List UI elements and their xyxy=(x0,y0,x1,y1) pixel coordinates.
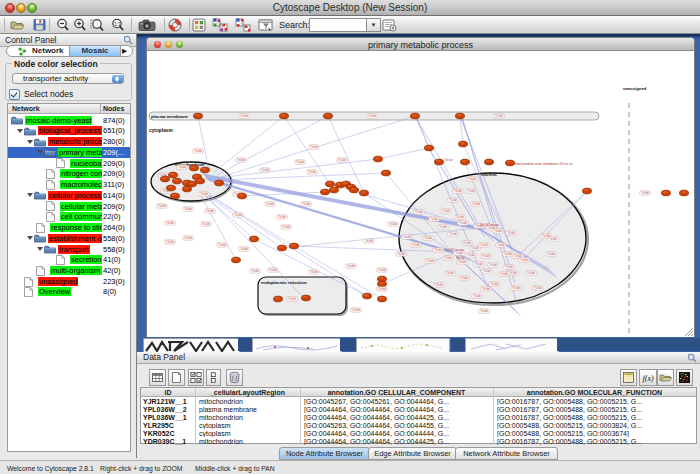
svg-text:Yxl.ddt: Yxl.ddt xyxy=(435,283,443,287)
svg-text:plasma membrane: plasma membrane xyxy=(151,114,188,119)
svg-text:Yxl.ddt: Yxl.ddt xyxy=(460,276,468,280)
svg-text:Yxl.ddt: Yxl.ddt xyxy=(475,262,483,266)
svg-text:Yxl GO:xx xxx: Yxl GO:xx xxx xyxy=(480,223,499,227)
svg-text:Yxl.ddt: Yxl.ddt xyxy=(471,246,479,250)
svg-text:Yxl.ddt: Yxl.ddt xyxy=(547,252,555,256)
svg-text:Yxl.ddt: Yxl.ddt xyxy=(489,263,497,267)
svg-text:Yxl.ddt: Yxl.ddt xyxy=(473,294,481,298)
svg-text:Yxl.ddt: Yxl.ddt xyxy=(282,225,290,229)
svg-text:Yxl.ddt: Yxl.ddt xyxy=(497,243,505,247)
svg-text:Yxl.ddt: Yxl.ddt xyxy=(505,265,513,269)
svg-text:Yxl.ddt: Yxl.ddt xyxy=(403,235,411,239)
svg-text:Yxl.ddt: Yxl.ddt xyxy=(449,232,457,236)
svg-text:Yxl.ddt: Yxl.ddt xyxy=(549,237,557,241)
svg-text:unassigned: unassigned xyxy=(623,86,647,91)
svg-text:Yxl.ddt: Yxl.ddt xyxy=(166,221,174,225)
svg-text:Yxl.ddt: Yxl.ddt xyxy=(430,217,438,221)
svg-text:Yxl.ddt: Yxl.ddt xyxy=(459,221,467,225)
svg-text:Yxl xx: Yxl xx xyxy=(444,158,453,162)
svg-text:Yxl.ddt: Yxl.ddt xyxy=(365,239,373,243)
svg-text:Yxl.ddt: Yxl.ddt xyxy=(456,215,464,219)
svg-text:1:1: 1:1 xyxy=(114,22,121,27)
svg-text:Yxl.ddt: Yxl.ddt xyxy=(426,259,434,263)
svg-text:Yxl.ddt: Yxl.ddt xyxy=(308,170,316,174)
svg-text:nucleus: nucleus xyxy=(481,172,497,177)
svg-text:Yxl.ddt: Yxl.ddt xyxy=(494,229,502,233)
svg-text:Yxl.ddt: Yxl.ddt xyxy=(534,286,542,290)
svg-text:Yxl.ddt: Yxl.ddt xyxy=(449,198,457,202)
svg-text:Yxl.ddt: Yxl.ddt xyxy=(184,236,192,240)
svg-text:Yxl.ddt: Yxl.ddt xyxy=(302,202,310,206)
svg-text:Yxl.ddt: Yxl.ddt xyxy=(218,243,226,247)
svg-text:Yxl.ddt: Yxl.ddt xyxy=(500,272,508,276)
svg-text:Yxl.ddt: Yxl.ddt xyxy=(378,287,386,291)
svg-text:Yxl.ddt: Yxl.ddt xyxy=(389,222,397,226)
svg-text:Yxl.ddt: Yxl.ddt xyxy=(495,114,503,118)
svg-text:Yxl.ddt: Yxl.ddt xyxy=(278,215,286,219)
svg-text:endoplasmic reticulum: endoplasmic reticulum xyxy=(261,280,307,285)
svg-text:Yxl.ddt: Yxl.ddt xyxy=(415,210,423,214)
svg-text:Yxl.ddt: Yxl.ddt xyxy=(194,149,202,153)
svg-text:Yxl.ddt: Yxl.ddt xyxy=(237,158,245,162)
svg-text:Yxl.ddt: Yxl.ddt xyxy=(463,241,471,245)
svg-text:Yxl.ddt: Yxl.ddt xyxy=(397,252,405,256)
svg-text:Yxl.ddt: Yxl.ddt xyxy=(439,225,447,229)
svg-text:Yxl.ddt: Yxl.ddt xyxy=(296,160,304,164)
svg-text:cytoplasm: cytoplasm xyxy=(149,128,173,133)
svg-text:Yxl.ddt: Yxl.ddt xyxy=(424,236,432,240)
svg-text:Yxl.ddt: Yxl.ddt xyxy=(240,114,248,118)
svg-text:Yxl.ddt: Yxl.ddt xyxy=(261,168,269,172)
svg-text:Yxl.ddt: Yxl.ddt xyxy=(240,247,248,251)
svg-text:Yxl.ddt: Yxl.ddt xyxy=(352,308,360,312)
svg-text:Yxl.ddt: Yxl.ddt xyxy=(444,256,452,260)
svg-text:Yxl.ddt: Yxl.ddt xyxy=(509,271,517,275)
svg-text:Yxl.ddt: Yxl.ddt xyxy=(234,213,242,217)
svg-text:Yxl.ddt: Yxl.ddt xyxy=(512,286,520,290)
svg-text:Yxl.ddt: Yxl.ddt xyxy=(368,114,376,118)
svg-text:Yxl.ddt: Yxl.ddt xyxy=(202,222,210,226)
svg-text:Yxl.ddt: Yxl.ddt xyxy=(166,240,174,244)
svg-text:Yxl.ddt: Yxl.ddt xyxy=(200,192,208,196)
svg-text:Yxl.ddt: Yxl.ddt xyxy=(412,243,420,247)
svg-text:Yxl.ddt: Yxl.ddt xyxy=(347,264,355,268)
svg-text:Yxl.ddt: Yxl.ddt xyxy=(482,254,490,258)
svg-text:Yxl.ddt: Yxl.ddt xyxy=(434,248,442,252)
svg-text:Yxl.ddt: Yxl.ddt xyxy=(206,209,214,213)
svg-text:GO:xx: GO:xx xyxy=(456,256,465,260)
svg-text:Yxl.ddt: Yxl.ddt xyxy=(310,270,318,274)
svg-text:Yxl.ddt: Yxl.ddt xyxy=(527,271,535,275)
svg-text:Yxl.ddt: Yxl.ddt xyxy=(310,145,318,149)
svg-text:Yxl.ddt: Yxl.ddt xyxy=(472,202,480,206)
svg-text:Yxl.ddt: Yxl.ddt xyxy=(641,191,649,195)
svg-text:Yxl.ddt: Yxl.ddt xyxy=(446,271,454,275)
svg-text:Yxl.ddt: Yxl.ddt xyxy=(266,202,274,206)
svg-text:Yxl GO:xx xxx: Yxl GO:xx xxx xyxy=(445,248,464,252)
svg-text:Yxl.ddt: Yxl.ddt xyxy=(454,189,462,193)
svg-text:mitochondrion outer membrane G: mitochondrion outer membrane GO:xx xx xyxy=(514,162,573,166)
svg-text:Yxl.ddt: Yxl.ddt xyxy=(338,158,346,162)
svg-text:Yxl.ddt: Yxl.ddt xyxy=(490,282,498,286)
svg-text:Yxl.ddt: Yxl.ddt xyxy=(480,243,488,247)
svg-text:Yxl.ddt: Yxl.ddt xyxy=(184,207,192,211)
svg-text:Yxl.ddt: Yxl.ddt xyxy=(288,297,296,301)
svg-text:Yxl.ddt: Yxl.ddt xyxy=(269,268,277,272)
svg-text:Yxl.ddt: Yxl.ddt xyxy=(507,231,515,235)
svg-text:Yxl.ddt: Yxl.ddt xyxy=(467,189,475,193)
svg-text:Yxl.ddt: Yxl.ddt xyxy=(442,209,450,213)
svg-text:Yxl.ddt: Yxl.ddt xyxy=(467,253,475,257)
svg-text:Yxl.ddt: Yxl.ddt xyxy=(251,269,259,273)
svg-text:Yxl.ddt: Yxl.ddt xyxy=(514,254,522,258)
svg-text:Yxl.ddt: Yxl.ddt xyxy=(458,260,466,264)
svg-text:Yxl.ddt: Yxl.ddt xyxy=(378,268,386,272)
svg-text:Yxl.ddt: Yxl.ddt xyxy=(520,258,528,262)
svg-text:Yxl.ddt: Yxl.ddt xyxy=(483,269,491,273)
svg-text:Yxl.ddt: Yxl.ddt xyxy=(482,287,490,291)
svg-text:f(x): f(x) xyxy=(643,374,654,383)
svg-text:Yxl.ddt: Yxl.ddt xyxy=(158,204,166,208)
svg-text:Yxl.ddt: Yxl.ddt xyxy=(480,309,488,313)
svg-text:Yxl.ddt: Yxl.ddt xyxy=(178,165,186,169)
svg-text:Yxl.ddt: Yxl.ddt xyxy=(504,252,512,256)
svg-text:Yxl.ddt: Yxl.ddt xyxy=(468,177,476,181)
